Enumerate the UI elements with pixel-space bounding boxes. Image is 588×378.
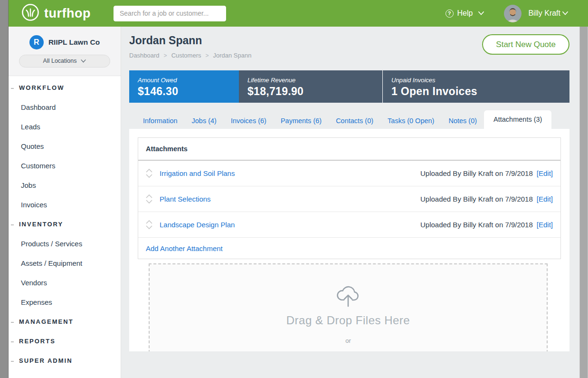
help-label: Help bbox=[457, 9, 473, 18]
app-root: turfhop ? Help Billy Kraft bbox=[0, 0, 588, 378]
breadcrumb-current: Jordan Spann bbox=[213, 52, 252, 59]
attachments-card-title: Attachments bbox=[138, 138, 560, 161]
tab-bar: Information Jobs (4) Invoices (6) Paymen… bbox=[129, 110, 569, 129]
help-menu[interactable]: ? Help bbox=[446, 9, 484, 18]
tab-information[interactable]: Information bbox=[136, 113, 185, 129]
chevron-up-icon[interactable] bbox=[146, 194, 152, 198]
stat-label: Amount Owed bbox=[138, 77, 239, 84]
add-attachment-link[interactable]: Add Another Attachment bbox=[138, 238, 560, 259]
start-new-quote-button[interactable]: Start New Quote bbox=[482, 34, 569, 55]
stats-bar: Amount Owed $146.30 Lifetime Revenue $18… bbox=[129, 70, 569, 103]
attachments-card: Attachments Irrigation and Soil Plans Up… bbox=[138, 137, 561, 259]
dropzone-title: Drag & Drop Files Here bbox=[286, 314, 410, 327]
stat-label: Lifetime Revenue bbox=[247, 77, 382, 84]
scrollbar-thumb[interactable] bbox=[580, 27, 588, 378]
breadcrumb-dashboard[interactable]: Dashboard bbox=[129, 52, 171, 59]
attachment-link[interactable]: Plant Selections bbox=[160, 195, 211, 203]
chevron-up-icon[interactable] bbox=[146, 220, 152, 224]
scrollbar-track[interactable] bbox=[579, 27, 588, 378]
sidebar-item-invoices[interactable]: Invoices bbox=[9, 195, 121, 214]
sidebar-item-assets-equipment[interactable]: Assets / Equipment bbox=[9, 253, 121, 273]
sidebar-item-dashboard[interactable]: Dashboard bbox=[9, 97, 121, 117]
user-menu[interactable]: Billy Kraft bbox=[528, 9, 560, 18]
chevron-down-icon bbox=[81, 59, 86, 63]
attachment-edit-link[interactable]: [Edit] bbox=[537, 169, 553, 177]
file-dropzone[interactable]: Drag & Drop Files Here or Browse Files bbox=[149, 263, 548, 351]
sidebar-section-reports[interactable]: REPORTS bbox=[9, 331, 121, 351]
stat-value: 1 Open Invoices bbox=[391, 85, 569, 98]
stat-value: $18,719.90 bbox=[247, 85, 382, 98]
header-right: ? Help Billy Kraft bbox=[446, 5, 568, 22]
search-input[interactable] bbox=[114, 6, 226, 21]
company-logo-icon: R bbox=[29, 35, 44, 49]
chevron-down-icon[interactable] bbox=[146, 225, 152, 229]
sidebar-item-expenses[interactable]: Expenses bbox=[9, 292, 121, 312]
stat-value: $146.30 bbox=[138, 85, 239, 98]
sidebar-item-leads[interactable]: Leads bbox=[9, 117, 121, 136]
attachment-row: Irrigation and Soil Plans Uploaded By Bi… bbox=[138, 161, 560, 186]
reorder-control[interactable] bbox=[146, 220, 152, 229]
brand-name: turfhop bbox=[44, 6, 91, 21]
sidebar-item-customers[interactable]: Customers bbox=[9, 156, 121, 175]
user-chevron-down-icon[interactable] bbox=[562, 11, 568, 15]
tab-payments[interactable]: Payments (6) bbox=[274, 113, 329, 129]
sidebar-company-block: R RIIPL Lawn Co All Locations bbox=[9, 27, 121, 76]
attachment-meta: Uploaded By Billy Kraft on 7/9/2018 bbox=[420, 221, 533, 229]
tab-attachments[interactable]: Attachments (3) bbox=[484, 110, 551, 129]
attachment-edit-link[interactable]: [Edit] bbox=[537, 195, 553, 203]
attachment-row: Landscape Design Plan Uploaded By Billy … bbox=[138, 212, 560, 238]
stat-amount-owed: Amount Owed $146.30 bbox=[129, 70, 239, 103]
dropzone-divider-text: or bbox=[345, 337, 351, 344]
sidebar-section-super-admin[interactable]: SUPER ADMIN bbox=[9, 351, 121, 370]
avatar[interactable] bbox=[504, 5, 522, 22]
tab-jobs[interactable]: Jobs (4) bbox=[185, 113, 224, 129]
reorder-control[interactable] bbox=[146, 169, 152, 178]
company-name: RIIPL Lawn Co bbox=[48, 38, 100, 47]
attachment-link[interactable]: Landscape Design Plan bbox=[160, 221, 235, 229]
location-label: All Locations bbox=[43, 58, 77, 64]
sidebar-section-workflow[interactable]: WORKFLOW bbox=[9, 78, 121, 97]
reorder-control[interactable] bbox=[146, 194, 152, 204]
window-edge-strip bbox=[0, 0, 9, 378]
attachment-meta: Uploaded By Billy Kraft on 7/9/2018 bbox=[420, 195, 533, 203]
cloud-upload-icon bbox=[334, 285, 362, 308]
tab-tasks[interactable]: Tasks (0 Open) bbox=[380, 113, 441, 129]
sidebar-item-quotes[interactable]: Quotes bbox=[9, 136, 121, 156]
chevron-up-icon[interactable] bbox=[146, 169, 152, 173]
location-selector[interactable]: All Locations bbox=[19, 55, 110, 68]
attachment-edit-link[interactable]: [Edit] bbox=[537, 221, 553, 229]
chevron-down-icon[interactable] bbox=[146, 174, 152, 178]
help-icon: ? bbox=[446, 10, 454, 18]
attachment-meta: Uploaded By Billy Kraft on 7/9/2018 bbox=[420, 169, 533, 177]
tab-notes[interactable]: Notes (0) bbox=[441, 113, 484, 129]
chevron-down-icon[interactable] bbox=[146, 200, 152, 204]
attachment-row: Plant Selections Uploaded By Billy Kraft… bbox=[138, 186, 560, 212]
company-row: R RIIPL Lawn Co bbox=[29, 35, 100, 49]
sidebar-item-jobs[interactable]: Jobs bbox=[9, 175, 121, 195]
stat-unpaid-invoices: Unpaid Invoices 1 Open Invoices bbox=[382, 70, 569, 103]
sidebar-section-inventory[interactable]: INVENTORY bbox=[9, 214, 121, 234]
chevron-down-icon bbox=[478, 11, 484, 15]
sidebar: R RIIPL Lawn Co All Locations WORKFLOW D… bbox=[9, 27, 121, 378]
sidebar-item-vendors[interactable]: Vendors bbox=[9, 273, 121, 292]
sidebar-section-management[interactable]: MANAGEMENT bbox=[9, 312, 121, 331]
attachments-panel: Attachments Irrigation and Soil Plans Up… bbox=[129, 129, 569, 351]
sidebar-item-products-services[interactable]: Products / Services bbox=[9, 234, 121, 253]
top-header: turfhop ? Help Billy Kraft bbox=[9, 0, 588, 27]
stat-label: Unpaid Invoices bbox=[391, 77, 569, 84]
user-name: Billy Kraft bbox=[528, 9, 560, 17]
page-head: Jordan Spann Dashboard Customers Jordan … bbox=[129, 27, 569, 68]
attachment-link[interactable]: Irrigation and Soil Plans bbox=[160, 169, 235, 177]
tab-invoices[interactable]: Invoices (6) bbox=[224, 113, 274, 129]
breadcrumb-customers[interactable]: Customers bbox=[171, 52, 213, 59]
tab-contacts[interactable]: Contacts (0) bbox=[329, 113, 380, 129]
brand[interactable]: turfhop bbox=[21, 3, 91, 24]
main-area: Jordan Spann Dashboard Customers Jordan … bbox=[121, 27, 579, 378]
sidebar-nav: WORKFLOW Dashboard Leads Quotes Customer… bbox=[9, 76, 121, 370]
turfhop-logo-icon bbox=[21, 3, 40, 24]
stat-lifetime-revenue: Lifetime Revenue $18,719.90 bbox=[239, 70, 382, 103]
